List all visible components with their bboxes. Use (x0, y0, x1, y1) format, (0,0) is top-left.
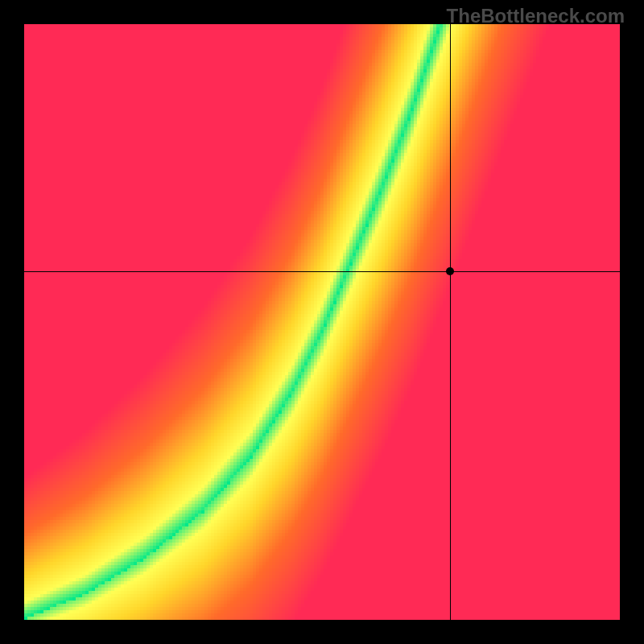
chart-container: TheBottleneck.com (0, 0, 644, 644)
crosshair-vertical (450, 24, 451, 620)
plot-area (24, 24, 620, 620)
watermark-text: TheBottleneck.com (447, 5, 625, 27)
marker-dot (446, 267, 454, 275)
crosshair-horizontal (24, 271, 620, 272)
heatmap-canvas (24, 24, 620, 620)
